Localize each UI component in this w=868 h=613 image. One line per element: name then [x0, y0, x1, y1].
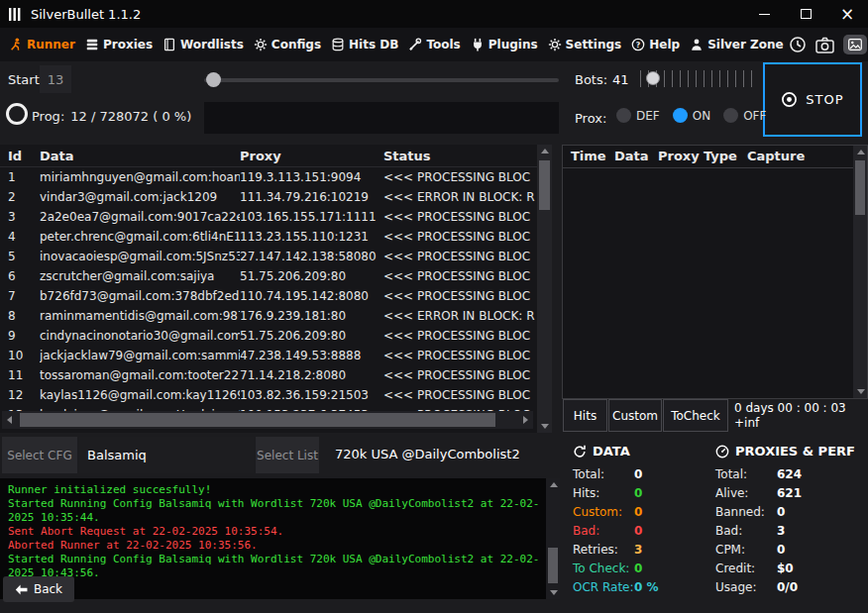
- log-line: Sent Abort Request at 22-02-2025 10:35:5…: [8, 525, 540, 539]
- data-stats-panel: DATA Total:0Hits:0Custom:0Bad:0Retries:3…: [573, 444, 713, 597]
- jobs-vscrollbar[interactable]: [537, 145, 552, 433]
- scroll-down-icon[interactable]: [550, 590, 558, 595]
- jobs-table-header: Id Data Proxy Status: [0, 145, 552, 167]
- col-data: Data: [40, 149, 240, 163]
- tab-tools[interactable]: Tools: [403, 28, 465, 61]
- table-row[interactable]: 8raminmamentidis@gmail.com:9876176.9.239…: [0, 306, 552, 326]
- navbar: Runner Proxies Wordlists Configs Hits DB…: [0, 28, 868, 61]
- camera-icon[interactable]: [815, 37, 834, 53]
- proxy-mode-group: DEF ON OFF: [616, 108, 766, 123]
- bots-slider[interactable]: [640, 70, 757, 87]
- stat-row: Bad:3: [715, 522, 864, 541]
- start-slider-thumb[interactable]: [206, 72, 221, 87]
- stat-row: Retries:3: [573, 541, 713, 560]
- minimize-icon[interactable]: [743, 0, 785, 28]
- results-vscroll-thumb[interactable]: [855, 160, 865, 215]
- log-vscrollbar[interactable]: [546, 478, 560, 599]
- results-header: Time Data Proxy Type Capture: [563, 146, 867, 168]
- log-vscroll-thumb[interactable]: [548, 548, 558, 583]
- refresh-icon: [573, 445, 587, 459]
- proxy-stats-rows: Total:624Alive:621Banned:0Bad:3CPM:0Cred…: [715, 465, 864, 597]
- back-arrow-icon: [15, 584, 28, 595]
- stat-row: Custom:0: [573, 503, 713, 522]
- scroll-up-icon[interactable]: [857, 150, 865, 154]
- maximize-icon[interactable]: [785, 0, 826, 28]
- log-line: Started Running Config Balsamiq with Wor…: [8, 497, 540, 525]
- proxy-mode-def[interactable]: DEF: [616, 108, 660, 123]
- app-window: SilverBullet 1.1.2 × Runner Proxies Word…: [0, 0, 868, 613]
- gallery-icon[interactable]: [843, 35, 867, 54]
- stat-row: Hits:0: [573, 484, 713, 503]
- table-row[interactable]: 12kaylas1126@gmail.com:kay112699103.82.3…: [0, 385, 552, 405]
- table-row[interactable]: 32a2e0ea7@gmail.com:9017ca22e0103.165.15…: [0, 207, 552, 227]
- table-row[interactable]: 10jackjacklaw79@gmail.com:sammie247.238.…: [0, 346, 552, 365]
- scroll-up-icon[interactable]: [550, 482, 558, 487]
- app-logo-icon: [8, 7, 24, 22]
- log-line: Aborted Runner at 22-02-2025 10:35:56.: [8, 539, 540, 553]
- prog-label: Prog:: [32, 109, 64, 124]
- svg-text:?: ?: [636, 41, 641, 50]
- table-row[interactable]: 5inovacaoiesp@gmail.com:5JSnz53N27.147.1…: [0, 247, 552, 266]
- jobs-hscroll-thumb[interactable]: [20, 413, 495, 427]
- tab-settings[interactable]: Settings: [543, 28, 627, 61]
- hitsdb-icon: [331, 38, 345, 51]
- col-proxy: Proxy: [240, 149, 383, 163]
- tab-silver-zone[interactable]: Silver Zone: [685, 28, 789, 61]
- proxy-mode-on[interactable]: ON: [673, 108, 710, 123]
- tab-custom[interactable]: Custom: [608, 399, 662, 432]
- stat-row: Alive:621: [715, 484, 864, 503]
- scroll-left-icon[interactable]: [7, 416, 12, 424]
- stat-row: Bad:0: [573, 522, 713, 541]
- tab-hits-db[interactable]: Hits DB: [326, 28, 403, 61]
- table-row[interactable]: 7b726fd73@gmail.com:378dbf2edb110.74.195…: [0, 286, 552, 306]
- runner-icon: [9, 38, 23, 51]
- configs-icon: [254, 38, 268, 51]
- nav-right-icons: [789, 35, 868, 54]
- data-stats-rows: Total:0Hits:0Custom:0Bad:0Retries:3To Ch…: [573, 465, 713, 597]
- wordlist-name: 720k USA @DailyCombolist2: [335, 447, 520, 461]
- tools-icon: [408, 38, 422, 51]
- table-row[interactable]: 11tossaroman@gmail.com:tooter2271.14.218…: [0, 365, 552, 385]
- select-config-button[interactable]: Select CFG: [2, 437, 77, 473]
- jobs-hscrollbar[interactable]: [2, 411, 533, 429]
- tab-runner[interactable]: Runner: [4, 28, 80, 61]
- start-slider[interactable]: [204, 78, 559, 82]
- scroll-right-icon[interactable]: [523, 416, 528, 424]
- jobs-vscroll-thumb[interactable]: [539, 160, 550, 210]
- tab-tocheck[interactable]: ToCheck: [663, 399, 728, 432]
- scroll-down-icon[interactable]: [541, 424, 549, 429]
- silverzone-icon: [690, 38, 704, 51]
- titlebar: SilverBullet 1.1.2 ×: [0, 0, 868, 28]
- results-vscrollbar[interactable]: [853, 146, 867, 398]
- close-icon[interactable]: ×: [826, 0, 868, 28]
- tab-plugins[interactable]: Plugins: [466, 28, 543, 61]
- stat-row: To Check:0: [573, 560, 713, 578]
- table-row[interactable]: 2vindar3@gmail.com:jack1209111.34.79.216…: [0, 187, 552, 207]
- jobs-table: Id Data Proxy Status 1miriamhnguyen@gmai…: [0, 145, 552, 433]
- history-icon[interactable]: [789, 36, 807, 53]
- config-name-field[interactable]: Balsamiq: [79, 437, 254, 473]
- start-input[interactable]: 13: [40, 65, 71, 93]
- prog-value: 12 / 728072 ( 0 %): [70, 109, 191, 124]
- col-time: Time: [571, 149, 614, 163]
- table-row[interactable]: 9cindynacinonotario30@gmail.com:r51.75.2…: [0, 326, 552, 346]
- scroll-up-icon[interactable]: [541, 149, 549, 153]
- proxy-mode-off[interactable]: OFF: [723, 108, 766, 123]
- scroll-down-icon[interactable]: [857, 389, 865, 394]
- table-row[interactable]: 6zscrutcher@gmail.com:sajiya51.75.206.20…: [0, 266, 552, 286]
- back-button[interactable]: Back: [3, 576, 74, 602]
- tab-configs[interactable]: Configs: [249, 28, 326, 61]
- proxy-stats-panel: PROXIES & PERF Total:624Alive:621Banned:…: [715, 444, 864, 597]
- col-rdata: Data: [614, 149, 658, 163]
- select-list-button[interactable]: Select List: [256, 437, 319, 473]
- tab-hits[interactable]: Hits: [563, 399, 607, 432]
- stop-button[interactable]: STOP: [763, 62, 862, 137]
- bots-slider-thumb[interactable]: [646, 71, 660, 85]
- table-row[interactable]: 1miriamhnguyen@gmail.com:hoang!119.3.113…: [0, 167, 552, 187]
- table-row[interactable]: 4peter.chrenc@gmail.com:6tli4nE1113.23.1…: [0, 227, 552, 247]
- bots-label: Bots:: [575, 72, 607, 87]
- results-panel: Time Data Proxy Type Capture: [562, 145, 868, 399]
- tab-wordlists[interactable]: Wordlists: [158, 28, 249, 61]
- tab-help[interactable]: ? Help: [626, 28, 685, 61]
- tab-proxies[interactable]: Proxies: [80, 28, 158, 61]
